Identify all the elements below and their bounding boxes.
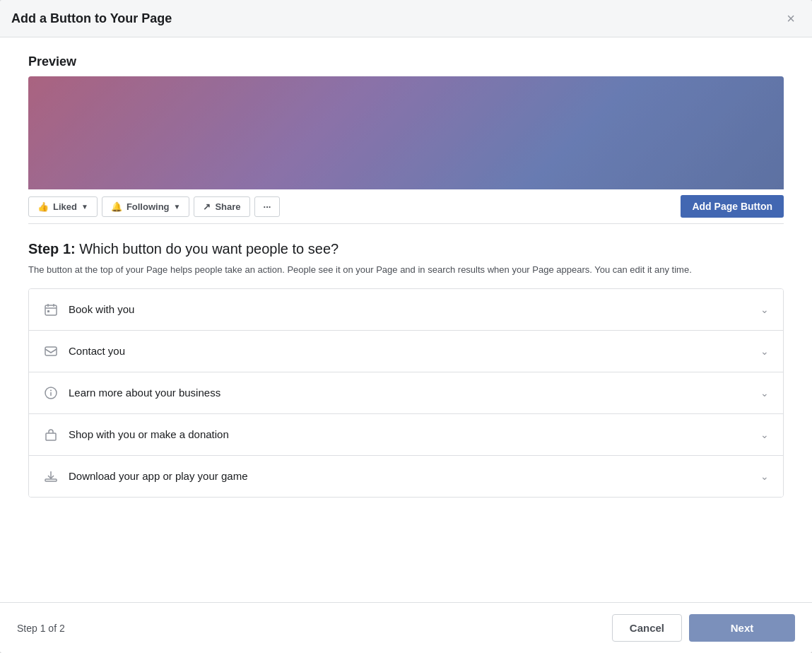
book-label: Book with you [69, 303, 134, 315]
svg-rect-0 [45, 305, 57, 315]
following-button[interactable]: 🔔 Following ▼ [102, 196, 190, 217]
liked-button[interactable]: 👍 Liked ▼ [28, 196, 98, 217]
svg-rect-4 [47, 310, 49, 312]
cancel-button[interactable]: Cancel [612, 614, 682, 642]
shop-icon [43, 427, 59, 442]
calendar-icon [43, 302, 59, 317]
shop-label: Shop with you or make a donation [69, 428, 229, 440]
learn-label: Learn more about your business [69, 387, 220, 399]
contact-label: Contact you [69, 345, 125, 357]
step-title-bold: Step 1: [28, 241, 76, 257]
option-book[interactable]: Book with you ⌄ [29, 289, 783, 331]
thumbs-up-icon: 👍 [37, 201, 49, 212]
option-shop[interactable]: Shop with you or make a donation ⌄ [29, 414, 783, 456]
download-icon [43, 469, 59, 484]
more-label: ··· [264, 201, 271, 212]
liked-label: Liked [53, 201, 77, 212]
contact-icon [43, 343, 59, 359]
download-chevron-icon: ⌄ [760, 471, 769, 482]
step-description: The button at the top of your Page helps… [28, 263, 784, 277]
modal-footer: Step 1 of 2 Cancel Next [0, 602, 812, 653]
add-button-modal: Add a Button to Your Page × Preview 👍 Li… [0, 0, 812, 653]
info-icon [43, 385, 59, 401]
next-button[interactable]: Next [689, 614, 795, 642]
modal-title: Add a Button to Your Page [11, 11, 172, 26]
share-icon: ↗ [203, 201, 211, 212]
svg-rect-9 [46, 433, 56, 440]
footer-actions: Cancel Next [612, 614, 795, 642]
following-chevron-icon: ▼ [174, 203, 181, 211]
following-icon: 🔔 [111, 201, 122, 212]
download-label: Download your app or play your game [69, 470, 247, 482]
svg-rect-10 [45, 479, 57, 481]
learn-chevron-icon: ⌄ [760, 387, 769, 399]
option-download[interactable]: Download your app or play your game ⌄ [29, 456, 783, 497]
following-label: Following [126, 201, 170, 212]
share-button[interactable]: ↗ Share [194, 196, 249, 217]
contact-chevron-icon: ⌄ [760, 346, 769, 357]
modal-header: Add a Button to Your Page × [0, 0, 812, 37]
preview-section: Preview 👍 Liked ▼ 🔔 Following ▼ ↗ Share [28, 54, 784, 224]
add-page-button[interactable]: Add Page Button [681, 195, 784, 218]
options-list: Book with you ⌄ Contact you ⌄ [28, 288, 784, 498]
close-button[interactable]: × [781, 8, 801, 28]
step-title-text: Which button do you want people to see? [76, 241, 339, 257]
step-indicator: Step 1 of 2 [17, 623, 65, 634]
share-label: Share [215, 201, 240, 212]
preview-image [28, 76, 784, 189]
more-button[interactable]: ··· [254, 196, 281, 217]
option-learn[interactable]: Learn more about your business ⌄ [29, 372, 783, 414]
preview-label: Preview [28, 54, 784, 69]
liked-chevron-icon: ▼ [81, 203, 88, 211]
svg-point-8 [50, 389, 52, 391]
modal-body: Preview 👍 Liked ▼ 🔔 Following ▼ ↗ Share [0, 37, 812, 602]
book-chevron-icon: ⌄ [760, 304, 769, 315]
step-title: Step 1: Which button do you want people … [28, 241, 784, 257]
shop-chevron-icon: ⌄ [760, 429, 769, 440]
option-contact[interactable]: Contact you ⌄ [29, 331, 783, 372]
svg-rect-5 [45, 347, 57, 355]
page-action-bar: 👍 Liked ▼ 🔔 Following ▼ ↗ Share ··· Add … [28, 189, 784, 224]
